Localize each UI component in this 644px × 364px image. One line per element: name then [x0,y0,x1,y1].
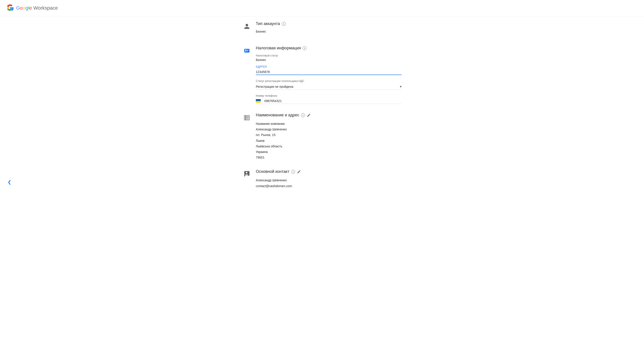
address-content: Наименование и адрес i Название компании… [256,113,402,160]
tax-info-section: Налоговая информация i Налоговый статус … [242,46,402,104]
logo-text: Google Workspace [16,5,58,11]
vat-value-text: Регистрация не пройдена [256,85,293,88]
tax-info-icon [242,46,251,55]
address-city: Львов [256,138,402,144]
svg-point-1 [245,50,247,51]
address-street: пл. Рынок, 15 [256,132,402,138]
contact-email: contact@vashdomen.com [256,183,402,189]
svg-rect-0 [244,49,249,52]
address-postal: 79001 [256,155,402,160]
tax-info-icon-button[interactable]: i [303,46,307,50]
edrpou-label: ЄДРПОУ [256,65,402,68]
google-workspace-logo: Google Workspace [5,4,58,12]
vat-dropdown-value[interactable]: Регистрация не пройдена ▾ [256,84,402,90]
vat-dropdown[interactable]: Регистрация не пройдена ▾ [256,84,402,90]
vat-label: Статус регистрации плательщика НДС [256,80,402,83]
account-type-info-icon[interactable]: i [282,22,286,26]
vat-dropdown-arrow-icon: ▾ [400,84,402,89]
address-region: Львівська область [256,144,402,149]
company-name: Название компании [256,121,402,126]
address-country: Украина [256,149,402,155]
tax-info-content: Налоговая информация i Налоговый статус … [256,46,402,104]
address-icon [242,113,251,122]
address-header: Наименование и адрес i [256,113,402,118]
back-chevron-icon: ❮ [8,179,12,185]
contact-edit-icon[interactable] [297,170,301,174]
phone-number: 0987654321 [264,99,282,103]
tax-status-label: Налоговый статус [256,54,402,57]
account-type-icon [242,22,251,31]
back-button[interactable]: ❮ [5,178,14,186]
contact-content: Основной контакт i Александр Шевченко co… [256,169,402,189]
phone-row: · 0987654321 [256,98,402,104]
contact-title: Основной контакт [256,169,289,174]
edrpou-input[interactable] [256,69,402,75]
app-header: Google Workspace [0,0,644,16]
contact-section: Основной контакт i Александр Шевченко co… [242,169,402,189]
tax-info-title: Налоговая информация [256,46,301,50]
contact-name: Александр Шевченко [256,178,402,183]
google-g-logo [5,4,14,12]
account-type-content: Тип аккаунта i Бизнес [256,22,402,37]
account-type-section: Тип аккаунта i Бизнес [242,22,402,37]
svg-rect-3 [247,51,248,51]
svg-rect-4 [245,51,247,52]
tax-info-header: Налоговая информация i [256,46,402,50]
address-section: Наименование и адрес i Название компании… [242,113,402,160]
svg-rect-2 [247,50,249,50]
account-type-header: Тип аккаунта i [256,22,402,26]
address-edit-icon[interactable] [307,113,311,117]
address-person-name: Александр Шевченко [256,126,402,132]
ukraine-flag-icon [256,99,261,103]
contact-header: Основной контакт i [256,169,402,174]
phone-label: Номер телефона [256,94,402,97]
account-type-value: Бизнес [256,30,402,33]
account-type-title: Тип аккаунта [256,22,280,26]
contact-info-icon[interactable]: i [291,170,295,174]
main-container: Тип аккаунта i Бизнес [0,14,644,205]
address-title: Наименование и адрес [256,113,299,118]
address-info-icon[interactable]: i [301,113,305,117]
content-area: Тип аккаунта i Бизнес [237,14,407,205]
contact-icon [242,170,251,179]
tax-status-value: Бизнес [256,58,402,62]
